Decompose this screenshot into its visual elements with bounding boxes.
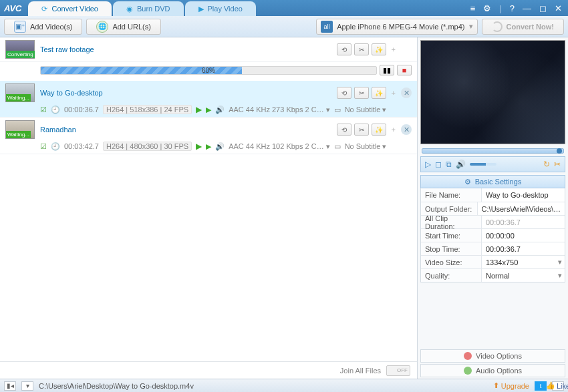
upgrade-link[interactable]: ⬆Upgrade [493, 381, 529, 390]
preview-controls: ▷ ◻ ⧉ 🔊 ↻ ✂ [420, 156, 565, 172]
chevron-down-icon: ▾ [469, 22, 473, 31]
progress-bar: 60% [40, 66, 377, 75]
effects-button[interactable]: ✨ [372, 87, 386, 99]
add-icon[interactable]: + [389, 126, 398, 134]
volume-slider[interactable] [470, 163, 496, 166]
nav-next-button[interactable]: ▾ [21, 381, 33, 391]
effects-button[interactable]: ✨ [372, 43, 386, 55]
crop-icon[interactable]: ✂ [554, 160, 561, 169]
file-name-field[interactable]: Way to Go-desktop [481, 188, 565, 202]
setting-label: Output Folder: [421, 202, 477, 215]
arrow-icon: ▶ [196, 105, 202, 114]
video-thumbnail: Waiting... [5, 120, 35, 139]
add-videos-button[interactable]: ▣⁺ Add Video(s) [4, 19, 82, 35]
minimize-icon[interactable]: — [521, 3, 533, 13]
audio-dropdown[interactable]: AAC 44 KHz 102 Kbps 2 C… ▾ [229, 142, 329, 151]
video-dot-icon [464, 352, 472, 360]
audio-options-button[interactable]: Audio Options [420, 364, 565, 377]
file-path: C:\Users\Ariel\Desktop\Way to Go-desktop… [39, 382, 194, 390]
start-time-field[interactable]: 00:00:00 [481, 229, 565, 242]
video-title: Ramadhan [40, 126, 331, 134]
chevron-down-icon: ▾ [558, 271, 562, 280]
quality-select[interactable]: Normal▾ [481, 269, 565, 282]
pause-button[interactable]: ▮▮ [380, 65, 394, 75]
check-icon[interactable]: ☑ [40, 106, 47, 114]
speaker-icon[interactable]: 🔊 [456, 160, 466, 169]
basic-settings-table: File Name:Way to Go-desktop Output Folde… [420, 188, 565, 282]
tab-play-video[interactable]: ▶ Play Video [185, 1, 256, 16]
convert-now-button[interactable]: Convert Now! [482, 19, 565, 35]
output-folder-field[interactable]: C:\Users\Ariel\Videos\… [477, 202, 565, 215]
effects-button[interactable]: ✨ [372, 124, 386, 136]
video-row[interactable]: Converting Test raw footage ⟲ ✂ ✨ + ✕ [0, 37, 417, 62]
nav-prev-button[interactable]: ▮◂ [4, 381, 16, 391]
seek-handle[interactable] [557, 148, 562, 154]
preview-player[interactable] [420, 40, 565, 144]
subtitle-dropdown[interactable]: No Subtitle ▾ [345, 106, 387, 114]
add-video-icon: ▣⁺ [14, 21, 26, 33]
video-row[interactable]: Waiting... Ramadhan ⟲ ✂ ✨ + ✕ ☑ 🕘 00:03:… [0, 118, 417, 154]
tab-label: Burn DVD [137, 5, 170, 13]
clock-icon: 🕘 [51, 142, 60, 151]
format-label: Apple iPhone 6 MPEG-4 Movie (*.mp4) [337, 23, 464, 31]
stop-button[interactable]: ■ [397, 65, 412, 75]
format-icon: all [321, 21, 333, 33]
snapshot-icon[interactable]: ⧉ [446, 160, 452, 169]
tab-burn-dvd[interactable]: ◉ Burn DVD [113, 1, 184, 16]
help-icon[interactable]: ? [508, 3, 517, 13]
add-url-icon: 🌐 [96, 21, 108, 33]
video-thumbnail: Converting [5, 40, 35, 59]
add-urls-button[interactable]: 🌐 Add URL(s) [86, 19, 160, 35]
seek-bar[interactable] [422, 148, 564, 154]
video-title: Way to Go-desktop [40, 89, 331, 97]
gear-icon: ⚙ [464, 178, 471, 186]
add-icon[interactable]: + [389, 89, 398, 97]
basic-settings-header: ⚙ Basic Settings [420, 175, 565, 188]
tab-label: Play Video [208, 5, 243, 13]
btn-label: Add URL(s) [112, 23, 150, 31]
subtitle-icon: ▭ [334, 142, 341, 151]
close-icon[interactable]: ✕ [553, 3, 564, 13]
thumb-icon: 👍 [546, 381, 555, 390]
cut-button[interactable]: ✂ [354, 124, 369, 136]
progress-percent: 60% [202, 67, 215, 74]
add-icon[interactable]: + [389, 45, 398, 53]
disc-icon: ◉ [126, 5, 133, 13]
video-row[interactable]: Waiting... Way to Go-desktop ⟲ ✂ ✨ + ✕ ☑… [0, 81, 417, 118]
tab-label: Convert Video [51, 5, 98, 13]
output-format-selector[interactable]: all Apple iPhone 6 MPEG-4 Movie (*.mp4) … [316, 19, 477, 35]
convert-icon: ⟳ [41, 5, 47, 13]
twitter-button[interactable]: t [535, 381, 547, 391]
menu-icon[interactable]: ≡ [468, 3, 478, 13]
play-icon[interactable]: ▷ [425, 160, 431, 169]
tab-convert-video[interactable]: ⟳ Convert Video [28, 1, 112, 16]
remove-button[interactable]: ✕ [401, 124, 412, 135]
codec-chip: H264 | 518x386 | 24 FPS [103, 105, 192, 114]
video-list: Converting Test raw footage ⟲ ✂ ✨ + ✕ 60… [0, 37, 418, 379]
option-label: Audio Options [476, 367, 522, 375]
refresh-button[interactable]: ⟲ [337, 43, 351, 55]
maximize-icon[interactable]: ◻ [537, 3, 549, 13]
output-icon: ▶ [206, 142, 211, 151]
refresh-button[interactable]: ⟲ [337, 124, 351, 136]
video-options-button[interactable]: Video Options [420, 349, 565, 363]
status-badge: Waiting... [6, 131, 31, 138]
chevron-down-icon: ▾ [382, 142, 386, 151]
convert-arrow-icon [492, 21, 503, 32]
video-meta: ☑ 🕘 00:00:36.7 H264 | 518x386 | 24 FPS ▶… [5, 105, 412, 114]
cut-button[interactable]: ✂ [354, 87, 369, 99]
stop-icon[interactable]: ◻ [435, 160, 442, 169]
audio-dropdown[interactable]: AAC 44 KHz 273 Kbps 2 C… ▾ [229, 106, 329, 114]
check-icon[interactable]: ☑ [40, 142, 47, 151]
subtitle-dropdown[interactable]: No Subtitle ▾ [345, 142, 387, 151]
refresh-button[interactable]: ⟲ [337, 87, 351, 99]
join-files-toggle[interactable]: OFF [386, 365, 410, 376]
video-size-select[interactable]: 1334x750▾ [481, 256, 565, 268]
stop-time-field[interactable]: 00:00:36.7 [481, 242, 565, 255]
remove-button[interactable]: ✕ [401, 87, 412, 98]
rotate-icon[interactable]: ↻ [543, 160, 550, 169]
settings-icon[interactable]: ⚙ [481, 3, 493, 13]
setting-label: All Clip Duration: [421, 216, 481, 228]
facebook-like-button[interactable]: 👍Like [552, 381, 564, 391]
cut-button[interactable]: ✂ [354, 43, 369, 55]
